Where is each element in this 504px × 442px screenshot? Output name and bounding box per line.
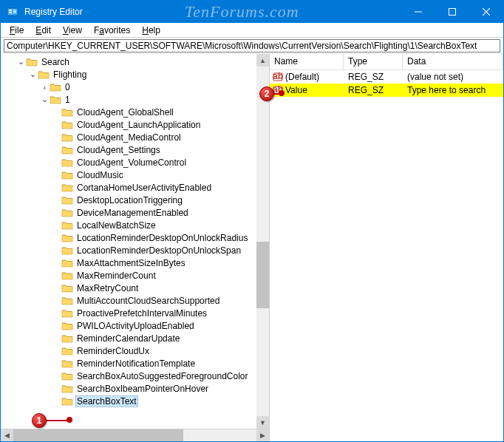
tree-item-label: CloudAgent_GlobalShell bbox=[75, 107, 175, 118]
tree-item[interactable]: ⌄1 bbox=[1, 93, 269, 106]
folder-icon bbox=[61, 208, 73, 218]
folder-icon bbox=[61, 233, 73, 243]
menu-file[interactable]: File bbox=[4, 24, 30, 37]
tree-item-label: LocalNewBatchSize bbox=[75, 220, 157, 231]
folder-icon bbox=[61, 258, 73, 268]
tree-item[interactable]: ⌄Flighting bbox=[1, 68, 269, 81]
callout-1: 1 bbox=[32, 413, 47, 428]
tree-item-label: SearchBoxAutoSuggestedForegroundColor bbox=[75, 371, 249, 381]
tree-item-label: ReminderCloudUx bbox=[75, 346, 151, 356]
value-name: (Default) bbox=[285, 72, 319, 82]
minimize-button[interactable] bbox=[401, 1, 435, 23]
value-data: (value not set) bbox=[403, 72, 503, 82]
folder-icon bbox=[50, 82, 61, 92]
scroll-thumb[interactable] bbox=[256, 242, 269, 308]
tree-item-label: DesktopLocationTriggering bbox=[75, 195, 184, 205]
tree-item[interactable]: LocalNewBatchSize bbox=[1, 219, 269, 231]
tree-item[interactable]: CloudAgent_Settings bbox=[1, 143, 269, 156]
tree-item[interactable]: CloudMusic bbox=[1, 169, 269, 181]
expand-icon[interactable]: ⌄ bbox=[27, 69, 38, 79]
scroll-down-icon[interactable]: ▼ bbox=[256, 416, 269, 429]
folder-icon bbox=[61, 132, 73, 143]
tree-item-label: LocationReminderDesktopOnUnlockSpan bbox=[75, 245, 242, 256]
expand-icon[interactable]: ⌄ bbox=[16, 57, 26, 67]
folder-icon bbox=[61, 245, 73, 256]
value-type: REG_SZ bbox=[344, 85, 403, 95]
folder-icon bbox=[61, 333, 73, 344]
menubar: File Edit View Favorites Help bbox=[1, 23, 503, 38]
column-data[interactable]: Data bbox=[403, 54, 503, 69]
folder-icon bbox=[61, 321, 73, 331]
tree-item[interactable]: MaxRetryCount bbox=[1, 282, 269, 294]
values-header: Name Type Data bbox=[270, 54, 503, 70]
close-button[interactable] bbox=[469, 1, 503, 23]
tree-item[interactable]: DesktopLocationTriggering bbox=[1, 194, 269, 206]
tree-item[interactable]: SearchBoxIbeamPointerOnHover bbox=[1, 382, 269, 395]
folder-icon bbox=[61, 396, 73, 407]
tree-item-label: CloudMusic bbox=[75, 170, 125, 180]
tree-item-label: SearchBoxIbeamPointerOnHover bbox=[75, 384, 210, 394]
tree-item[interactable]: CloudAgent_GlobalShell bbox=[1, 106, 269, 118]
tree-horizontal-scrollbar[interactable]: ◀ ▶ bbox=[1, 429, 269, 441]
folder-icon bbox=[61, 220, 73, 231]
folder-icon bbox=[61, 384, 73, 394]
tree-item-label: MaxReminderCount bbox=[75, 271, 157, 281]
tree-item[interactable]: CloudAgent_LaunchApplication bbox=[1, 118, 269, 131]
expand-icon[interactable]: › bbox=[39, 83, 50, 92]
tree-item[interactable]: ReminderCloudUx bbox=[1, 344, 269, 357]
window-controls bbox=[401, 1, 503, 23]
tree-item[interactable]: LocationReminderDesktopOnUnlockRadius bbox=[1, 231, 269, 244]
reg-string-icon: ab bbox=[273, 72, 283, 82]
tree-item-label: CloudAgent_VolumeControl bbox=[75, 157, 188, 168]
value-row[interactable]: ab(Default)REG_SZ(value not set) bbox=[270, 70, 503, 84]
scroll-left-icon[interactable]: ◀ bbox=[1, 429, 13, 442]
folder-icon bbox=[61, 358, 73, 369]
tree-item[interactable]: DeviceManagementEnabled bbox=[1, 206, 269, 219]
tree-item[interactable]: MaxAttachmentSizeInBytes bbox=[1, 256, 269, 269]
tree-item-label: ProactivePrefetchIntervalMinutes bbox=[75, 308, 208, 319]
tree-item[interactable]: ⌄Search bbox=[1, 55, 269, 68]
menu-favorites[interactable]: Favorites bbox=[88, 24, 136, 37]
folder-icon bbox=[38, 69, 50, 80]
value-data: Type here to search bbox=[403, 85, 503, 95]
scroll-thumb-h[interactable] bbox=[13, 429, 183, 442]
tree-vertical-scrollbar[interactable]: ▲ ▼ bbox=[256, 54, 269, 429]
tree-item[interactable]: MaxReminderCount bbox=[1, 269, 269, 282]
tree-item[interactable]: LocationReminderDesktopOnUnlockSpan bbox=[1, 244, 269, 256]
tree-item[interactable]: PWILOActivityUploadEnabled bbox=[1, 319, 269, 332]
tree-item-label: CloudAgent_Settings bbox=[75, 145, 162, 155]
menu-view[interactable]: View bbox=[57, 24, 88, 37]
svg-rect-2 bbox=[9, 12, 12, 13]
tree-item-label: CloudAgent_LaunchApplication bbox=[75, 120, 202, 130]
menu-edit[interactable]: Edit bbox=[30, 24, 57, 37]
regedit-icon bbox=[7, 6, 18, 18]
tree-item-label: Search bbox=[40, 57, 71, 67]
maximize-button[interactable] bbox=[435, 1, 469, 23]
scroll-up-icon[interactable]: ▲ bbox=[256, 54, 269, 67]
tree-item[interactable]: MultiAccountCloudSearchSupported bbox=[1, 294, 269, 307]
tree-item[interactable]: ›0 bbox=[1, 81, 269, 93]
tree-item[interactable]: ReminderNotificationTemplate bbox=[1, 357, 269, 370]
tree-item[interactable]: CloudAgent_VolumeControl bbox=[1, 156, 269, 169]
expand-icon[interactable]: ⌄ bbox=[39, 95, 50, 104]
folder-icon bbox=[61, 157, 73, 168]
value-type: REG_SZ bbox=[344, 72, 403, 82]
svg-rect-3 bbox=[13, 10, 16, 13]
tree-item[interactable]: ReminderCalendarUpdate bbox=[1, 332, 269, 344]
menu-help[interactable]: Help bbox=[136, 24, 166, 37]
tree-item-label: 0 bbox=[64, 82, 72, 92]
column-type[interactable]: Type bbox=[344, 54, 403, 69]
tree-item[interactable]: ProactivePrefetchIntervalMinutes bbox=[1, 307, 269, 319]
tree-item-selected[interactable]: SearchBoxText bbox=[1, 395, 269, 407]
column-name[interactable]: Name bbox=[270, 54, 344, 69]
tree-item[interactable]: CloudAgent_MediaControl bbox=[1, 131, 269, 143]
folder-icon bbox=[61, 346, 73, 356]
scroll-right-icon[interactable]: ▶ bbox=[256, 429, 269, 442]
content-area: ⌄Search⌄Flighting›0⌄1CloudAgent_GlobalSh… bbox=[1, 54, 503, 441]
value-row[interactable]: abValueREG_SZType here to search bbox=[270, 84, 503, 97]
tree-item[interactable]: SearchBoxAutoSuggestedForegroundColor bbox=[1, 370, 269, 382]
callout-1-line bbox=[47, 420, 67, 421]
tree-item[interactable]: CortanaHomeUserActivityEnabled bbox=[1, 181, 269, 194]
svg-rect-1 bbox=[9, 10, 12, 11]
address-input[interactable] bbox=[4, 39, 500, 52]
